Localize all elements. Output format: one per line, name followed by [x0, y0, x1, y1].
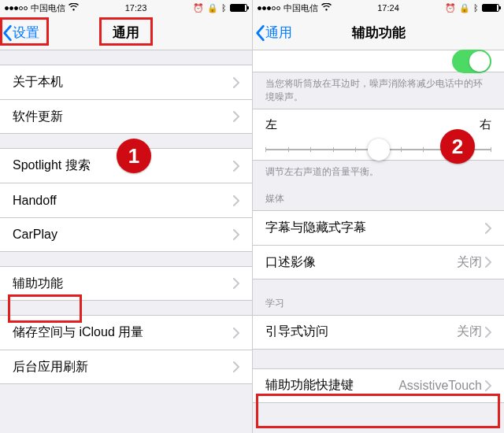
row-subtitles[interactable]: 字幕与隐藏式字幕: [253, 210, 504, 245]
row-handoff[interactable]: Handoff: [0, 183, 252, 217]
chevron-right-icon: [233, 111, 239, 122]
screenshot-right: 中国电信 17:24 ⏰ 🔒 ᛒ 通用 辅助功能 当您将听筒放在耳边时，噪声消除…: [252, 0, 504, 433]
chevron-right-icon: [233, 195, 239, 206]
note-balance: 调节左右声道的音量平衡。: [253, 161, 504, 183]
row-label: 后台应用刷新: [13, 359, 88, 376]
row-audio-descriptions[interactable]: 口述影像 关闭: [253, 245, 504, 279]
row-label: 关于本机: [13, 74, 63, 91]
carrier-label: 中国电信: [31, 2, 65, 14]
row-noise-cancellation-partial: [253, 50, 504, 72]
row-value: AssistiveTouch: [398, 379, 482, 393]
row-label: Handoff: [13, 194, 57, 208]
row-label: 口述影像: [265, 254, 316, 271]
chevron-right-icon: [485, 327, 491, 338]
row-carplay[interactable]: CarPlay: [0, 217, 252, 252]
status-bar-left: 中国电信 17:23 ⏰ 🔒 ᛒ: [0, 0, 252, 16]
list-group-shortcut: 辅助功能快捷键 AssistiveTouch: [253, 368, 504, 403]
chevron-right-icon: [233, 361, 239, 372]
screenshot-left: 中国电信 17:23 ⏰ 🔒 ᛒ 设置 通用 关于本机 软件更新: [0, 0, 252, 433]
nav-bar: 通用 辅助功能: [253, 16, 504, 50]
list-group-accessibility: 辅助功能: [0, 266, 252, 301]
alarm-icon: ⏰: [193, 3, 204, 13]
balance-left-label: 左: [265, 117, 277, 132]
back-button[interactable]: 设置: [2, 24, 39, 42]
carrier-label: 中国电信: [284, 2, 318, 14]
row-storage[interactable]: 储存空间与 iCloud 用量: [0, 315, 252, 350]
battery-icon: [482, 4, 499, 12]
balance-slider[interactable]: [265, 139, 491, 161]
wifi-icon: [69, 3, 79, 13]
row-value: 关闭: [457, 254, 482, 271]
list-group-media: 字幕与隐藏式字幕 口述影像 关闭: [253, 210, 504, 279]
signal-dots: [258, 6, 280, 10]
bluetooth-icon: ᛒ: [473, 3, 479, 13]
chevron-right-icon: [233, 77, 239, 88]
status-time: 17:24: [377, 3, 399, 13]
row-accessibility[interactable]: 辅助功能: [0, 266, 252, 301]
row-spotlight[interactable]: Spotlight 搜索: [0, 148, 252, 183]
row-label: Spotlight 搜索: [13, 157, 91, 174]
back-label: 设置: [13, 24, 39, 42]
status-time: 17:23: [125, 3, 147, 13]
section-header-media: 媒体: [253, 187, 504, 210]
back-label: 通用: [265, 24, 292, 42]
row-label: 辅助功能: [13, 276, 63, 292]
wifi-icon: [321, 3, 332, 13]
balance-right-label: 右: [480, 117, 491, 132]
row-label: 储存空间与 iCloud 用量: [13, 324, 143, 341]
row-software-update[interactable]: 软件更新: [0, 99, 252, 134]
list-group-storage: 储存空间与 iCloud 用量 后台应用刷新: [0, 315, 252, 384]
orientation-lock-icon: 🔒: [207, 3, 218, 13]
row-guided-access[interactable]: 引导式访问 关闭: [253, 315, 504, 350]
battery-icon: [230, 4, 247, 12]
slider-knob[interactable]: [368, 139, 390, 161]
list-group-about: 关于本机 软件更新: [0, 65, 252, 134]
alarm-icon: ⏰: [445, 3, 456, 13]
chevron-right-icon: [485, 223, 491, 234]
row-background-refresh[interactable]: 后台应用刷新: [0, 350, 252, 384]
row-label: 字幕与隐藏式字幕: [265, 220, 366, 236]
toggle-noise-cancellation[interactable]: [452, 50, 491, 73]
chevron-right-icon: [233, 328, 239, 339]
chevron-left-icon: [254, 24, 265, 42]
row-label: 软件更新: [13, 109, 63, 125]
row-about[interactable]: 关于本机: [0, 65, 252, 99]
row-label: CarPlay: [13, 228, 57, 242]
orientation-lock-icon: 🔒: [459, 3, 470, 13]
row-label: 辅助功能快捷键: [265, 377, 354, 394]
chevron-right-icon: [233, 278, 239, 289]
chevron-right-icon: [233, 229, 239, 240]
signal-dots: [5, 6, 28, 10]
chevron-right-icon: [485, 380, 491, 391]
chevron-left-icon: [2, 24, 13, 42]
nav-bar: 设置 通用: [0, 16, 252, 50]
back-button[interactable]: 通用: [254, 24, 292, 42]
bluetooth-icon: ᛒ: [221, 3, 227, 13]
chevron-right-icon: [233, 161, 239, 172]
row-value: 关闭: [457, 324, 482, 340]
note-noise-cancellation: 当您将听筒放在耳边时，噪声消除将减少电话中的环境噪声。: [253, 72, 504, 109]
list-group-learn: 引导式访问 关闭: [253, 315, 504, 350]
chevron-right-icon: [485, 257, 491, 268]
status-bar-right: 中国电信 17:24 ⏰ 🔒 ᛒ: [253, 0, 504, 16]
section-header-learn: 学习: [253, 292, 504, 315]
row-audio-balance: 左 右: [253, 109, 504, 161]
row-accessibility-shortcut[interactable]: 辅助功能快捷键 AssistiveTouch: [253, 368, 504, 403]
list-group-spotlight: Spotlight 搜索 Handoff CarPlay: [0, 148, 252, 252]
row-label: 引导式访问: [265, 324, 328, 340]
